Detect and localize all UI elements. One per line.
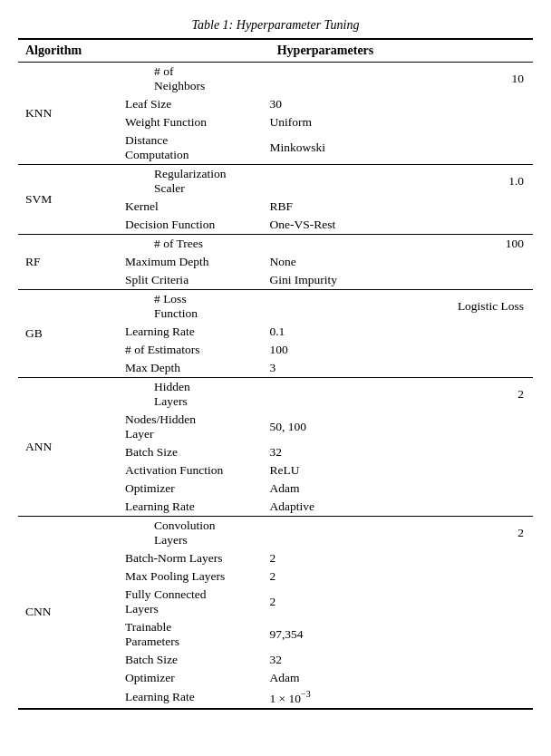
table-row: CNNConvolution Layers2 (18, 517, 533, 550)
param-cell: Activation Function (118, 461, 233, 480)
param-cell: # Loss Function (118, 290, 233, 324)
value-cell: 2 (233, 567, 533, 586)
value-cell: 32 (233, 443, 533, 461)
value-cell: 1 × 10−3 (233, 687, 533, 709)
param-cell: Fully Connected Layers (118, 586, 233, 618)
value-cell: 0.1 (233, 323, 533, 341)
value-cell: 30 (233, 95, 533, 113)
param-cell: Split Criteria (118, 271, 233, 290)
value-cell: 100 (233, 235, 533, 254)
value-cell: Logistic Loss (233, 290, 533, 324)
value-cell: 2 (233, 549, 533, 567)
table-row: SVMRegularization Scaler1.0 (18, 165, 533, 199)
param-cell: # of Trees (118, 235, 233, 254)
table-header-row: Algorithm Hyperparameters (18, 39, 533, 63)
value-cell: Adaptive (233, 498, 533, 517)
param-cell: Kernel (118, 198, 233, 216)
value-cell: Gini Impurity (233, 271, 533, 290)
param-cell: Max Depth (118, 359, 233, 378)
param-cell: Leaf Size (118, 95, 233, 113)
table-row: ANNHidden Layers2 (18, 378, 533, 412)
param-cell: Learning Rate (118, 323, 233, 341)
value-cell: 100 (233, 341, 533, 359)
value-cell: Uniform (233, 113, 533, 131)
algorithm-cell: RF (18, 235, 118, 290)
value-cell: 97,354 (233, 618, 533, 651)
param-cell: Regularization Scaler (118, 165, 233, 199)
param-cell: Trainable Parameters (118, 618, 233, 651)
param-cell: # of Estimators (118, 341, 233, 359)
param-cell: Convolution Layers (118, 517, 233, 550)
algorithm-cell: GB (18, 290, 118, 378)
value-cell: One-VS-Rest (233, 216, 533, 235)
param-cell: Nodes/Hidden Layer (118, 411, 233, 443)
value-cell: ReLU (233, 461, 533, 480)
value-cell: 2 (233, 586, 533, 618)
col-hyperparameters: Hyperparameters (118, 39, 533, 63)
value-cell: 10 (233, 63, 533, 96)
value-cell: 1.0 (233, 165, 533, 199)
algorithm-cell: CNN (18, 517, 118, 709)
param-cell: Optimizer (118, 669, 233, 687)
param-cell: Weight Function (118, 113, 233, 131)
value-cell: 50, 100 (233, 411, 533, 443)
hyperparameter-table: Algorithm Hyperparameters KNN# of Neighb… (18, 38, 533, 710)
param-cell: Decision Function (118, 216, 233, 235)
algorithm-cell: KNN (18, 63, 118, 165)
table-row: RF# of Trees100 (18, 235, 533, 254)
param-cell: Batch Size (118, 651, 233, 669)
param-cell: Batch-Norm Layers (118, 549, 233, 567)
table-container: Table 1: Hyperparameter Tuning Algorithm… (18, 18, 533, 710)
table-row: KNN# of Neighbors10 (18, 63, 533, 96)
param-cell: Learning Rate (118, 687, 233, 709)
param-cell: Max Pooling Layers (118, 567, 233, 586)
value-cell: 3 (233, 359, 533, 378)
param-cell: # of Neighbors (118, 63, 233, 96)
param-cell: Learning Rate (118, 498, 233, 517)
param-cell: Hidden Layers (118, 378, 233, 412)
value-cell: Adam (233, 669, 533, 687)
param-cell: Optimizer (118, 480, 233, 498)
value-cell: RBF (233, 198, 533, 216)
table-row: GB# Loss FunctionLogistic Loss (18, 290, 533, 324)
param-cell: Maximum Depth (118, 253, 233, 271)
algorithm-cell: SVM (18, 165, 118, 235)
algorithm-cell: ANN (18, 378, 118, 517)
value-cell: Adam (233, 480, 533, 498)
value-cell: 2 (233, 517, 533, 550)
value-cell: 2 (233, 378, 533, 412)
col-algorithm: Algorithm (18, 39, 118, 63)
table-title: Table 1: Hyperparameter Tuning (18, 18, 533, 33)
param-cell: Distance Computation (118, 131, 233, 165)
value-cell: None (233, 253, 533, 271)
param-cell: Batch Size (118, 443, 233, 461)
value-cell: Minkowski (233, 131, 533, 165)
value-cell: 32 (233, 651, 533, 669)
